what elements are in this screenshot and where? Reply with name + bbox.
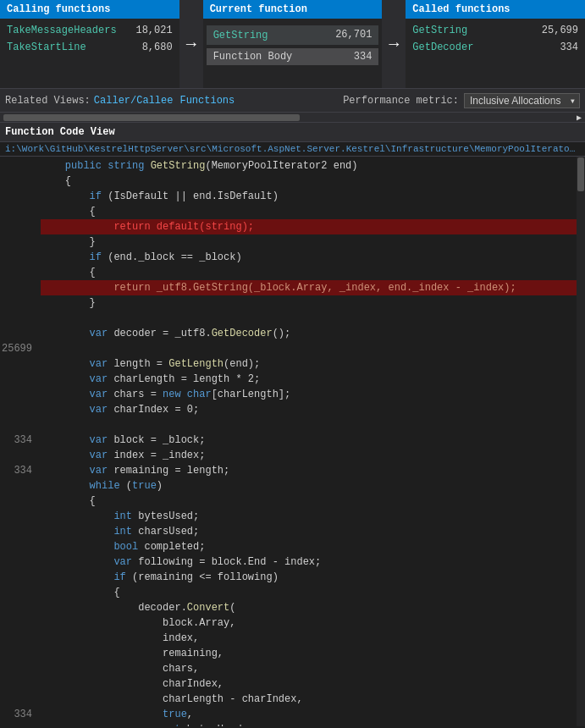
calling-func-item-2[interactable]: TakeStartLine 8,680	[0, 39, 179, 56]
calling-func-name-2: TakeStartLine	[7, 41, 86, 53]
related-views-link-callee[interactable]: Caller/Callee	[94, 95, 174, 107]
perf-metric-label: Performance metric:	[343, 95, 459, 107]
top-panel: Calling functions TakeMessageHeaders 18,…	[0, 0, 585, 89]
code-line: out bytesUsed,	[41, 722, 577, 726]
code-line: var block = _block;	[41, 433, 577, 448]
code-view-header: Function Code View	[0, 123, 585, 142]
arrow-2: →	[382, 0, 406, 88]
related-views-bar: Related Views: Caller/Callee Functions P…	[0, 89, 585, 113]
called-functions-list: GetString 25,699 GetDecoder 334	[406, 19, 585, 88]
code-column: public string GetString(MemoryPoolIterat…	[41, 157, 577, 726]
horizontal-scrollbar[interactable]: ▶	[0, 113, 585, 123]
code-line: return _utf8.GetString(_block.Array, _in…	[41, 280, 577, 295]
code-line: var decoder = _utf8.GetDecoder();	[41, 326, 577, 341]
code-line: {	[41, 174, 577, 189]
code-line: if (IsDefault || end.IsDefault)	[41, 189, 577, 204]
code-line: int bytesUsed;	[41, 509, 577, 524]
calling-func-count-1: 18,021	[135, 25, 172, 36]
called-functions-header: Called functions	[406, 0, 585, 19]
code-line: var charLength = length * 2;	[41, 372, 577, 387]
calling-functions-list: TakeMessageHeaders 18,021 TakeStartLine …	[0, 19, 179, 88]
code-line: charLength - charIndex,	[41, 692, 577, 707]
code-line: }	[41, 234, 577, 250]
current-function-column: Current function GetString 26,701 Functi…	[203, 0, 383, 88]
code-line: true,	[41, 707, 577, 722]
code-line: var remaining = length;	[41, 463, 577, 478]
vertical-scrollbar[interactable]	[577, 157, 585, 726]
called-func-count-1: 25,699	[542, 25, 578, 36]
code-line: if (remaining <= following)	[41, 570, 577, 585]
called-functions-column: Called functions GetString 25,699 GetDec…	[406, 0, 585, 88]
code-line	[41, 341, 577, 356]
current-func-name: GetString	[213, 30, 268, 41]
code-line: {	[41, 204, 577, 219]
code-line: {	[41, 585, 577, 600]
perf-metric-select[interactable]: Inclusive Allocations	[464, 93, 580, 108]
code-path: i:\Work\GitHub\KestrelHttpServer\src\Mic…	[0, 142, 585, 157]
code-line: var index = _index;	[41, 448, 577, 463]
code-line: remaining,	[41, 646, 577, 661]
related-views-link-functions[interactable]: Functions	[179, 95, 235, 107]
code-line: {	[41, 265, 577, 280]
current-func-body: Function Body 334	[207, 48, 379, 65]
code-line: if (end._block == _block)	[41, 250, 577, 265]
code-line: charIndex,	[41, 676, 577, 692]
code-area: 25699334334334 public string GetString(M…	[0, 157, 585, 726]
perf-metric-select-wrapper[interactable]: Inclusive Allocations	[464, 93, 580, 108]
called-func-name-2: GetDecoder	[412, 41, 473, 53]
code-line: {	[41, 494, 577, 509]
current-func-box[interactable]: GetString 26,701	[207, 25, 379, 45]
called-func-item-1[interactable]: GetString 25,699	[406, 22, 585, 39]
code-line: index,	[41, 631, 577, 646]
calling-functions-column: Calling functions TakeMessageHeaders 18,…	[0, 0, 179, 88]
current-function-header: Current function	[203, 0, 383, 19]
scroll-arrow-right-icon[interactable]: ▶	[577, 113, 582, 123]
called-func-count-2: 334	[560, 41, 578, 53]
arrow-1: →	[179, 0, 203, 88]
code-line: }	[41, 295, 577, 311]
current-func-body-label: Function Body	[213, 51, 293, 63]
code-line	[41, 417, 577, 433]
scrollbar-thumb-vertical[interactable]	[577, 157, 584, 191]
code-line: return default(string);	[41, 219, 577, 234]
code-line	[41, 311, 577, 326]
scroll-thumb[interactable]	[3, 114, 300, 121]
code-line: public string GetString(MemoryPoolIterat…	[41, 158, 577, 174]
code-line: int charsUsed;	[41, 524, 577, 539]
code-line: var following = block.End - index;	[41, 554, 577, 570]
current-func-body-count: 334	[354, 51, 373, 63]
code-line: block.Array,	[41, 615, 577, 631]
calling-functions-header: Calling functions	[0, 0, 179, 19]
code-line: bool completed;	[41, 539, 577, 554]
code-line: var chars = new char[charLength];	[41, 387, 577, 402]
current-func-count: 26,701	[335, 29, 372, 41]
calling-func-name-1: TakeMessageHeaders	[7, 25, 117, 36]
calling-func-count-2: 8,680	[142, 41, 173, 53]
called-func-item-2[interactable]: GetDecoder 334	[406, 39, 585, 56]
code-line: var charIndex = 0;	[41, 402, 577, 417]
line-numbers: 25699334334334	[0, 157, 41, 726]
code-line: var length = GetLength(end);	[41, 356, 577, 372]
called-func-name-1: GetString	[412, 25, 467, 36]
current-function-items: GetString 26,701 Function Body 334	[203, 19, 383, 88]
related-views-label: Related Views:	[5, 95, 91, 107]
code-line: decoder.Convert(	[41, 600, 577, 615]
code-line: while (true)	[41, 478, 577, 494]
code-line: chars,	[41, 661, 577, 676]
calling-func-item-1[interactable]: TakeMessageHeaders 18,021	[0, 22, 179, 39]
